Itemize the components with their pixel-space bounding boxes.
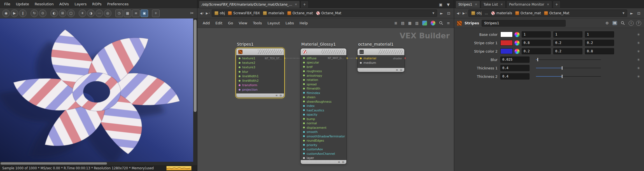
crosshair-icon[interactable]: + [152, 10, 160, 17]
active-tool-icon[interactable]: ▣ [141, 10, 148, 17]
network-path-field[interactable]: objScrewsFBX_FBXmaterialsOctane_matOctan… [212, 10, 437, 17]
power-icon[interactable]: ⊙ [39, 10, 46, 17]
render-viewport[interactable] [0, 18, 193, 162]
breadcrumb-materials[interactable]: materials [263, 11, 284, 15]
grid-icon[interactable]: ▦ [124, 10, 131, 17]
breadcrumb-obj[interactable]: obj [471, 11, 482, 15]
value-field[interactable]: 0.025 [500, 57, 529, 63]
param-menu-icon[interactable]: ✳ [637, 49, 640, 53]
node-flag-icon[interactable]: ≡ [396, 69, 398, 71]
tab-close-icon[interactable]: × [475, 3, 477, 6]
param-slider[interactable] [536, 58, 601, 62]
node-header[interactable] [301, 48, 346, 55]
node-header[interactable] [236, 48, 284, 55]
port-projection[interactable]: projection [236, 87, 284, 92]
tab-performance-monitor[interactable]: Performance Monitor× [506, 1, 552, 8]
param-menu-icon[interactable]: ✳ [637, 74, 640, 79]
magnifier-icon[interactable] [620, 21, 626, 25]
new-tab-button[interactable]: + [300, 1, 308, 8]
breadcrumb-obj[interactable]: obj [214, 11, 225, 15]
node-flag-icon[interactable]: ≡ [338, 161, 340, 163]
port-sheenroughness[interactable]: sheenRoughness [301, 99, 346, 104]
color-swatch[interactable] [500, 32, 513, 37]
port-smoothshadowterminator[interactable]: smoothShadowTerminator [301, 134, 346, 139]
help-icon[interactable]: ? [636, 21, 641, 26]
slider-handle[interactable] [537, 58, 538, 61]
value-field[interactable]: 0.2 [553, 40, 582, 46]
path-dropdown-icon[interactable]: ▼ [622, 12, 624, 15]
port-sheen[interactable]: sheen [301, 95, 346, 100]
param-menu-icon[interactable]: ✳ [637, 32, 640, 37]
color-palette-icon[interactable] [431, 21, 435, 25]
info-icon[interactable]: i [629, 21, 634, 26]
node-flag-icon[interactable]: ⊟ [342, 161, 344, 163]
network-menu-view[interactable]: View [236, 20, 250, 26]
tab-take-list[interactable]: Take List× [481, 1, 506, 8]
tab-close-icon[interactable]: × [295, 3, 297, 6]
grid-view-icon[interactable]: ▦ [407, 21, 413, 25]
gamma-icon[interactable]: ◑ [87, 10, 95, 17]
breadcrumb-octane-mat[interactable]: Octane_Mat [544, 11, 570, 15]
network-menu-go[interactable]: Go [225, 20, 235, 26]
port-spread[interactable]: spread [301, 82, 346, 86]
network-menu-help[interactable]: Help [297, 20, 311, 26]
network-menu-edit[interactable]: Edit [213, 20, 225, 26]
exposure-icon[interactable]: ☀ [79, 10, 86, 17]
color-swatch[interactable] [500, 40, 513, 46]
breadcrumb-octane-mat[interactable]: Octane_mat [515, 11, 541, 15]
tab-close-icon[interactable]: × [547, 3, 549, 6]
value-field[interactable]: 0.8 [585, 48, 614, 54]
value-field[interactable]: 0.2 [522, 48, 551, 54]
node-footer[interactable]: ≡ ⊟ [236, 93, 284, 97]
value-field[interactable]: 0.2 [553, 48, 582, 54]
forward-button[interactable]: ▶ ▾ [463, 11, 466, 15]
render-menu-rops[interactable]: ROPs [90, 1, 104, 7]
tab-stripes1[interactable]: Stripes1× [456, 1, 480, 8]
slider-handle[interactable] [562, 66, 563, 70]
snip-icon[interactable]: ✂ [189, 11, 195, 16]
value-field[interactable]: 1 [553, 31, 582, 38]
value-field[interactable]: 1 [585, 31, 614, 38]
port-brdf[interactable]: brdf [301, 65, 346, 69]
timer-icon[interactable]: ◷ [115, 10, 123, 17]
render-menu-layers[interactable]: Layers [72, 1, 89, 7]
port-layer[interactable]: layer [301, 156, 346, 160]
pin-icon[interactable]: ► [629, 11, 634, 15]
port-linewidth2[interactable]: lineWidth2 [236, 78, 284, 83]
color-swatch[interactable] [500, 48, 513, 54]
play-icon[interactable]: ▶ [11, 10, 18, 17]
display-options-icon[interactable] [422, 21, 427, 25]
port-blur[interactable]: blur [236, 69, 284, 74]
port-customaovchannel[interactable]: customAovChannel [301, 151, 346, 156]
port-medium[interactable]: medium [358, 60, 404, 65]
breadcrumb-[interactable]: ... [485, 11, 488, 15]
node-flag-icon[interactable]: ⊟ [279, 94, 282, 97]
grid-alt-icon[interactable]: ▥ [414, 21, 420, 25]
region-render-icon[interactable]: ◎ [104, 10, 111, 17]
color-wheel-icon[interactable] [514, 32, 520, 37]
breadcrumb-screwsfbx-fbx[interactable]: ScrewsFBX_FBX [228, 11, 260, 15]
port-rotation[interactable]: rotation [301, 78, 346, 82]
more-options-icon[interactable]: ⋯ [95, 10, 103, 17]
port-priority[interactable]: priority [301, 143, 346, 147]
pan-view-icon[interactable]: ◉ [2, 10, 10, 17]
network-menu-layout[interactable]: Layout [265, 20, 282, 26]
back-button[interactable]: ◀ ▾ [200, 11, 204, 15]
port-opacity[interactable]: opacity [301, 113, 346, 117]
render-vertical-scrollbar[interactable] [193, 18, 197, 162]
menu-icon[interactable]: ≡ [132, 10, 140, 17]
render-menu-aovs[interactable]: AOVs [57, 1, 71, 7]
port-normal[interactable]: normal [301, 121, 346, 126]
value-field[interactable]: 0.8 [522, 40, 551, 46]
port-hascaustics[interactable]: hasCaustics [301, 108, 346, 113]
pane-link-icon[interactable]: ⊡ [446, 11, 451, 15]
node-flag-icon[interactable]: ⊟ [400, 69, 402, 71]
network-menu-tools[interactable]: Tools [250, 20, 264, 26]
render-menu-update[interactable]: Update [13, 1, 32, 7]
gear-icon[interactable]: ⚙ [604, 21, 610, 25]
network-menu-add[interactable]: Add [200, 20, 212, 26]
pin-icon[interactable]: ► [439, 11, 444, 15]
port-linewidth1[interactable]: lineWidth1 [236, 74, 284, 78]
port-specular[interactable]: specular [301, 60, 346, 65]
node-header[interactable] [358, 48, 404, 55]
